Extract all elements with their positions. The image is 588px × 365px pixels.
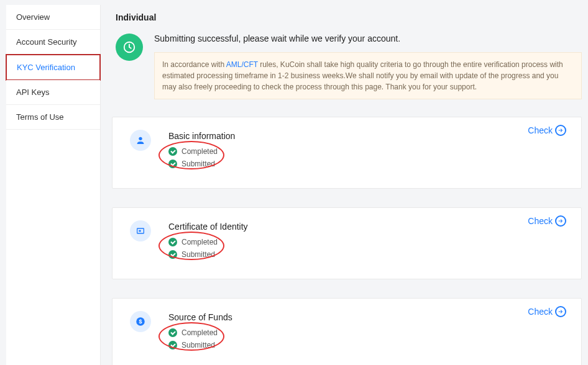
svg-text:$: $ bbox=[139, 318, 142, 325]
sidebar-item-label: Terms of Use bbox=[16, 112, 64, 122]
sidebar-item-label: KYC Verification bbox=[17, 63, 75, 72]
status-label: Submitted bbox=[181, 250, 215, 259]
check-icon bbox=[168, 238, 177, 246]
check-button[interactable]: Check bbox=[528, 125, 566, 136]
status-label: Submitted bbox=[181, 160, 215, 168]
check-button[interactable]: Check bbox=[528, 306, 566, 317]
sidebar: Overview Account Security KYC Verificati… bbox=[6, 5, 101, 365]
page-title: Individual bbox=[112, 5, 582, 34]
arrow-right-icon bbox=[555, 215, 566, 227]
check-label: Check bbox=[528, 125, 553, 135]
status-label: Completed bbox=[181, 238, 218, 246]
main-content: Individual Submitting successful, please… bbox=[112, 5, 582, 365]
card-title: Basic information bbox=[168, 131, 566, 141]
sidebar-item-label: Account Security bbox=[16, 37, 77, 47]
check-icon bbox=[168, 341, 177, 349]
check-label: Check bbox=[528, 216, 553, 226]
arrow-right-icon bbox=[555, 125, 566, 136]
check-button[interactable]: Check bbox=[528, 215, 566, 227]
kyc-card-basic-information: Basic information Completed Submitted Ch… bbox=[112, 117, 582, 189]
status-label: Completed bbox=[181, 147, 218, 156]
status-completed: Completed bbox=[168, 147, 566, 156]
notice-box: In accordance with AML/CFT rules, KuCoin… bbox=[154, 52, 582, 99]
status-submitted: Submitted bbox=[168, 160, 566, 168]
sidebar-item-label: Overview bbox=[16, 12, 50, 22]
card-title: Source of Funds bbox=[168, 312, 566, 322]
sidebar-item-terms-of-use[interactable]: Terms of Use bbox=[6, 105, 100, 130]
sidebar-item-api-keys[interactable]: API Keys bbox=[6, 80, 100, 105]
svg-point-1 bbox=[139, 137, 142, 140]
sidebar-item-overview[interactable]: Overview bbox=[6, 5, 100, 30]
check-icon bbox=[168, 160, 177, 168]
status-submitted: Submitted bbox=[168, 250, 566, 259]
aml-cft-link[interactable]: AML/CFT bbox=[226, 60, 258, 69]
dollar-icon: $ bbox=[130, 311, 151, 332]
card-title: Certificate of Identity bbox=[168, 222, 566, 232]
banner-heading: Submitting successful, please wait while… bbox=[154, 34, 582, 43]
sidebar-item-account-security[interactable]: Account Security bbox=[6, 30, 100, 55]
svg-rect-3 bbox=[139, 230, 140, 232]
status-submitted: Submitted bbox=[168, 341, 566, 349]
id-card-icon bbox=[130, 220, 151, 241]
check-icon bbox=[168, 328, 177, 337]
sidebar-item-kyc-verification[interactable]: KYC Verification bbox=[6, 54, 101, 81]
clock-icon bbox=[116, 34, 143, 61]
check-icon bbox=[168, 250, 177, 259]
status-completed: Completed bbox=[168, 328, 566, 337]
status-banner: Submitting successful, please wait while… bbox=[112, 34, 582, 99]
notice-text-prefix: In accordance with bbox=[162, 60, 226, 69]
kyc-card-source-of-funds: $ Source of Funds Completed Submitted Ch… bbox=[112, 298, 582, 365]
person-icon bbox=[130, 130, 151, 151]
status-label: Completed bbox=[181, 328, 218, 337]
check-label: Check bbox=[528, 307, 553, 317]
status-completed: Completed bbox=[168, 238, 566, 246]
check-icon bbox=[168, 147, 177, 156]
arrow-right-icon bbox=[555, 306, 566, 317]
kyc-card-certificate-identity: Certificate of Identity Completed Submit… bbox=[112, 207, 582, 279]
status-label: Submitted bbox=[181, 341, 215, 349]
sidebar-item-label: API Keys bbox=[16, 88, 49, 97]
